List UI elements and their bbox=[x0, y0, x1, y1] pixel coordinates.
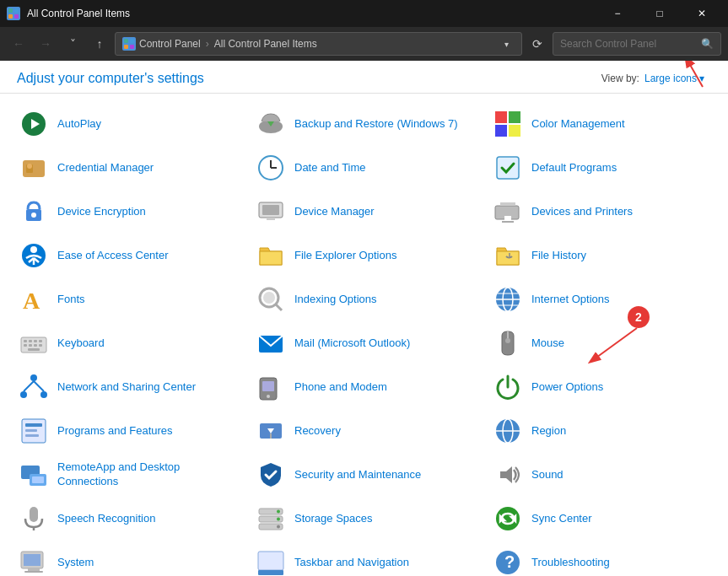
icon-fonts: A bbox=[19, 284, 49, 315]
control-item-deviceencryption[interactable]: Device Encryption bbox=[8, 190, 245, 234]
svg-rect-33 bbox=[504, 216, 511, 220]
control-item-recovery[interactable]: Recovery bbox=[245, 409, 483, 453]
control-item-datetime[interactable]: Date and Time bbox=[245, 146, 483, 190]
svg-line-67 bbox=[24, 381, 34, 391]
control-item-mail[interactable]: Mail (Microsoft Outlook) bbox=[245, 321, 483, 365]
maximize-button[interactable]: □ bbox=[640, 0, 679, 27]
svg-rect-5 bbox=[130, 39, 134, 43]
control-item-storagespaces[interactable]: Storage Spaces bbox=[245, 497, 483, 541]
icon-storagespaces bbox=[256, 503, 286, 534]
control-item-fonts[interactable]: AFonts bbox=[8, 277, 245, 321]
close-button[interactable]: ✕ bbox=[682, 0, 721, 27]
svg-text:A: A bbox=[23, 288, 40, 314]
svg-rect-98 bbox=[24, 571, 43, 573]
back-button[interactable]: ← bbox=[7, 32, 30, 56]
label-deviceencryption: Device Encryption bbox=[57, 205, 146, 219]
control-item-autoplay[interactable]: AutoPlay bbox=[8, 102, 245, 146]
refresh-button[interactable]: ⟳ bbox=[526, 32, 549, 56]
icon-indexing bbox=[256, 284, 286, 315]
control-item-keyboard[interactable]: Keyboard bbox=[8, 321, 245, 365]
svg-point-64 bbox=[30, 374, 37, 381]
svg-rect-24 bbox=[497, 157, 519, 179]
label-taskbarandnavigation: Taskbar and Navigation bbox=[294, 556, 409, 570]
control-item-indexing[interactable]: Indexing Options bbox=[245, 277, 483, 321]
control-item-devicesandprinters[interactable]: Devices and Printers bbox=[483, 190, 720, 234]
label-devicemanager: Device Manager bbox=[294, 205, 375, 219]
svg-rect-32 bbox=[502, 221, 514, 223]
dropdown-button[interactable]: ˅ bbox=[61, 32, 84, 56]
control-item-filehistory[interactable]: File History bbox=[483, 234, 720, 277]
svg-point-92 bbox=[277, 518, 280, 521]
svg-rect-1 bbox=[14, 8, 19, 13]
search-input[interactable] bbox=[560, 38, 698, 50]
control-item-defaultprograms[interactable]: Default Programs bbox=[483, 146, 720, 190]
control-item-remoteapp[interactable]: RemoteApp and Desktop Connections bbox=[8, 453, 245, 497]
icon-easeofaccess bbox=[19, 240, 49, 271]
svg-rect-14 bbox=[495, 111, 507, 123]
control-item-color[interactable]: Color Management bbox=[483, 102, 720, 146]
svg-rect-28 bbox=[262, 205, 279, 215]
svg-rect-97 bbox=[28, 568, 40, 571]
address-dropdown-btn[interactable]: ▾ bbox=[498, 32, 515, 56]
svg-point-93 bbox=[277, 525, 280, 529]
svg-marker-85 bbox=[500, 466, 512, 483]
control-item-programsandfeatures[interactable]: Programs and Features bbox=[8, 409, 245, 453]
icon-synccenter bbox=[493, 503, 523, 534]
control-item-region[interactable]: Region bbox=[483, 409, 720, 453]
svg-point-66 bbox=[40, 391, 47, 398]
svg-rect-100 bbox=[258, 570, 283, 575]
control-item-securityandmaintenance[interactable]: Security and Maintenance bbox=[245, 453, 483, 497]
view-by-control: View by: Large icons ▾ 1 bbox=[601, 73, 711, 84]
icon-programsandfeatures bbox=[19, 416, 49, 446]
up-button[interactable]: ↑ bbox=[88, 32, 111, 56]
svg-rect-39 bbox=[260, 251, 282, 265]
control-item-credential[interactable]: Credential Manager bbox=[8, 146, 245, 190]
icon-datetime bbox=[256, 153, 286, 183]
label-devicesandprinters: Devices and Printers bbox=[531, 205, 633, 219]
control-item-system[interactable]: System bbox=[8, 541, 245, 576]
control-item-phoneandmodem[interactable]: Phone and Modem bbox=[245, 365, 483, 409]
icon-backup bbox=[256, 109, 286, 139]
control-item-networksharingcenter[interactable]: Network and Sharing Center bbox=[8, 365, 245, 409]
window-controls: − □ ✕ bbox=[598, 0, 721, 27]
control-item-taskbarandnavigation[interactable]: Taskbar and Navigation bbox=[245, 541, 483, 576]
minimize-button[interactable]: − bbox=[598, 0, 637, 27]
control-item-internetoptions[interactable]: Internet Options bbox=[483, 277, 720, 321]
forward-button[interactable]: → bbox=[34, 32, 57, 56]
svg-point-91 bbox=[277, 510, 280, 514]
control-item-mouse[interactable]: Mouse bbox=[483, 321, 720, 365]
label-indexing: Indexing Options bbox=[294, 293, 377, 307]
svg-rect-18 bbox=[23, 160, 45, 177]
label-fonts: Fonts bbox=[57, 293, 85, 307]
icon-keyboard bbox=[19, 328, 49, 358]
control-item-synccenter[interactable]: Sync Center bbox=[483, 497, 720, 541]
svg-point-35 bbox=[30, 246, 37, 253]
control-item-devicemanager[interactable]: Device Manager bbox=[245, 190, 483, 234]
control-item-sound[interactable]: Sound bbox=[483, 453, 720, 497]
control-item-troubleshooting[interactable]: ?Troubleshooting bbox=[483, 541, 720, 576]
search-box[interactable]: 🔍 bbox=[553, 32, 721, 56]
label-internetoptions: Internet Options bbox=[531, 293, 610, 307]
label-troubleshooting: Troubleshooting bbox=[531, 556, 610, 570]
control-item-poweroptions[interactable]: Power Options bbox=[483, 365, 720, 409]
address-path: Control Panel bbox=[139, 38, 201, 50]
svg-point-20 bbox=[27, 164, 32, 169]
icon-defaultprograms bbox=[493, 153, 523, 183]
view-by-dropdown[interactable]: Large icons ▾ bbox=[644, 73, 704, 84]
icon-internetoptions bbox=[493, 284, 523, 315]
svg-point-63 bbox=[505, 338, 510, 343]
svg-rect-59 bbox=[39, 344, 42, 347]
label-securityandmaintenance: Security and Maintenance bbox=[294, 468, 421, 482]
control-item-speechrecognition[interactable]: Speech Recognition bbox=[8, 497, 245, 541]
icon-securityandmaintenance bbox=[256, 460, 286, 490]
icon-deviceencryption bbox=[19, 196, 49, 227]
address-box[interactable]: Control Panel › All Control Panel Items … bbox=[115, 32, 522, 56]
svg-rect-3 bbox=[14, 14, 19, 19]
address-current: All Control Panel Items bbox=[214, 38, 317, 50]
svg-point-71 bbox=[267, 395, 270, 398]
control-item-easeofaccess[interactable]: Ease of Access Center bbox=[8, 234, 245, 277]
control-item-backup[interactable]: Backup and Restore (Windows 7) bbox=[245, 102, 483, 146]
icon-devicesandprinters bbox=[493, 196, 523, 227]
control-item-fileexploreroptions[interactable]: File Explorer Options bbox=[245, 234, 483, 277]
items-grid: AutoPlayBackup and Restore (Windows 7)Co… bbox=[8, 102, 720, 576]
